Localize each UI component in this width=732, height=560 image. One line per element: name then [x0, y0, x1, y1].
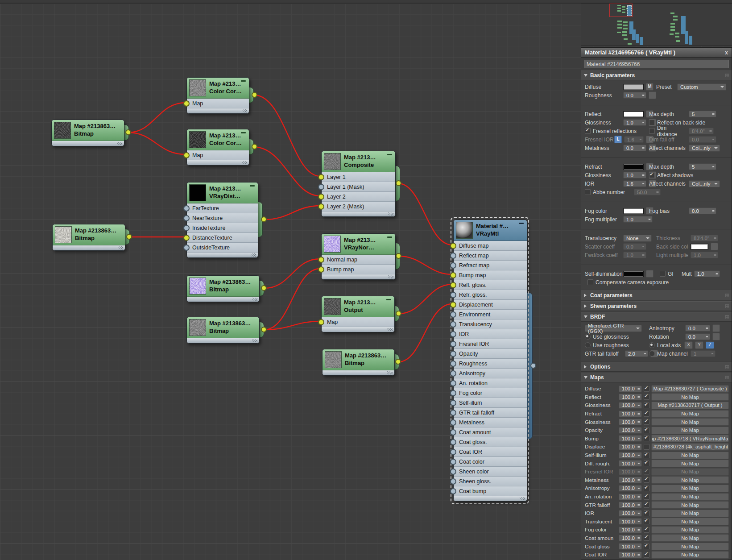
input-slot[interactable]: Metalness: [454, 418, 527, 427]
map-slot-button[interactable]: No Map: [651, 485, 729, 492]
node-resize-grip[interactable]: [187, 338, 259, 343]
fwd-bck-coeff-spinner[interactable]: 1.0: [623, 252, 646, 258]
input-slot[interactable]: Self-illum: [454, 398, 527, 408]
map-enable-checkbox[interactable]: [644, 494, 649, 500]
node-color-correction-1[interactable]: Map #213… Color Cor… Map: [186, 77, 249, 114]
map-amount-spinner[interactable]: 100.0: [619, 485, 642, 492]
map-slot-button[interactable]: No Map: [651, 460, 729, 467]
node-resize-grip[interactable]: [187, 108, 249, 113]
map-enable-checkbox[interactable]: [644, 444, 649, 450]
use-roughness-radio[interactable]: [585, 342, 591, 348]
input-port[interactable]: [450, 459, 456, 465]
input-slot[interactable]: Layer 1: [322, 172, 395, 182]
map-amount-spinner[interactable]: 100.0: [619, 552, 642, 558]
input-slot[interactable]: Displacement: [454, 300, 527, 310]
material-name-input[interactable]: Material #2146956766: [584, 60, 729, 68]
dim-falloff-spinner[interactable]: 0.0: [689, 136, 716, 143]
output-port[interactable]: [126, 234, 132, 240]
rollout-options[interactable]: Options: [581, 362, 732, 372]
self-illumination-swatch[interactable]: [623, 271, 644, 277]
dim-distance-checkbox[interactable]: [649, 128, 655, 134]
map-amount-spinner[interactable]: 100.0: [619, 469, 642, 475]
dim-distance-spinner[interactable]: 8'4.0": [689, 128, 714, 134]
input-port[interactable]: [450, 439, 456, 445]
map-amount-spinner[interactable]: 100.0: [619, 435, 642, 442]
output-port[interactable]: [395, 359, 401, 365]
input-slot[interactable]: Sheen gloss.: [454, 477, 527, 486]
node-vraynormalmap[interactable]: Map #213… VRayNor… Normal map Bump map: [321, 233, 396, 280]
input-slot[interactable]: Layer 2 (Mask): [322, 202, 395, 212]
input-slot[interactable]: NearTexture: [187, 213, 258, 223]
node-output-map[interactable]: Map #213… Output Map: [321, 296, 395, 332]
input-port[interactable]: [450, 253, 456, 259]
input-port[interactable]: [183, 215, 190, 221]
map-enable-checkbox[interactable]: [644, 519, 649, 524]
collapse-icon[interactable]: [387, 154, 392, 155]
rollout-sheen-parameters[interactable]: Sheen parameters: [581, 301, 732, 311]
node-composite[interactable]: Map #213… Composite Layer 1 Layer 1 (Mas…: [321, 151, 396, 217]
node-bitmap-3[interactable]: Map #213863… Bitmap: [186, 275, 260, 302]
map-slot-button[interactable]: Map #2138630717 ( Output ): [651, 402, 729, 409]
input-slot[interactable]: Translucency: [454, 319, 527, 329]
input-slot[interactable]: InsideTexture: [187, 223, 258, 233]
map-amount-spinner[interactable]: 100.0: [619, 394, 642, 400]
input-slot[interactable]: Coat color: [454, 457, 527, 467]
input-slot[interactable]: Fog color: [454, 388, 527, 398]
input-slot[interactable]: Coat gloss.: [454, 437, 527, 447]
input-port[interactable]: [183, 100, 190, 107]
diffuse-color-swatch[interactable]: [623, 84, 644, 90]
map-slot-button[interactable]: No Map: [651, 410, 729, 418]
node-resize-grip[interactable]: [187, 160, 249, 165]
input-port[interactable]: [183, 245, 190, 251]
map-amount-spinner[interactable]: 100.0: [619, 527, 642, 533]
input-slot[interactable]: Bump map: [454, 270, 527, 280]
compensate-exposure-checkbox[interactable]: [587, 279, 593, 285]
thickness-spinner[interactable]: 83'4.0": [691, 235, 718, 241]
map-enable-checkbox[interactable]: [644, 452, 649, 458]
map-slot-button[interactable]: No Map: [651, 543, 729, 550]
input-slot[interactable]: Refl. gloss.: [454, 280, 527, 290]
reflect-color-swatch[interactable]: [623, 111, 644, 117]
map-enable-checkbox[interactable]: [644, 469, 649, 475]
input-port[interactable]: [450, 361, 456, 367]
node-resize-grip[interactable]: [52, 141, 124, 146]
map-amount-spinner[interactable]: 100.0: [619, 444, 642, 450]
input-slot[interactable]: GTR tail falloff: [454, 408, 527, 418]
map-amount-spinner[interactable]: 100.0: [619, 419, 642, 425]
local-axis-radio[interactable]: [649, 342, 655, 348]
input-port[interactable]: [318, 203, 324, 210]
map-slot-button[interactable]: Map #2138630718 ( VRayNormalMap ): [651, 435, 729, 442]
map-enable-checkbox[interactable]: [644, 485, 649, 491]
map-enable-checkbox[interactable]: [644, 402, 649, 408]
input-slot-map[interactable]: Map: [187, 99, 249, 108]
input-port[interactable]: [450, 351, 456, 357]
map-channel-radio[interactable]: [649, 351, 655, 357]
close-icon[interactable]: x: [725, 50, 728, 56]
fog-bias-spinner[interactable]: 0.0: [689, 207, 716, 214]
input-slot[interactable]: IOR: [454, 329, 527, 339]
node-color-correction-2[interactable]: Map #213… Color Cor… Map: [186, 129, 249, 166]
output-port[interactable]: [252, 144, 257, 149]
output-port[interactable]: [261, 285, 267, 291]
affect-channels-dropdown[interactable]: Col...nly: [689, 145, 720, 152]
node-vraydistancetex[interactable]: Map #213… VRayDist… FarTexture NearTextu…: [186, 182, 258, 258]
input-port[interactable]: [450, 292, 456, 298]
input-port[interactable]: [450, 449, 456, 455]
self-illumination-map-button[interactable]: [646, 270, 653, 278]
abbe-number-spinner[interactable]: 50.0: [634, 189, 661, 195]
map-amount-spinner[interactable]: 100.0: [619, 452, 642, 459]
map-enable-checkbox[interactable]: [644, 419, 649, 425]
map-slot-button[interactable]: No Map: [651, 476, 729, 484]
input-slot-map[interactable]: Map: [187, 150, 249, 160]
input-port[interactable]: [450, 341, 456, 347]
input-slot[interactable]: Coat bump: [454, 486, 527, 496]
map-slot-button[interactable]: No Map: [651, 526, 729, 534]
back-side-color-swatch[interactable]: [691, 244, 708, 250]
input-port[interactable]: [450, 311, 456, 318]
map-enable-checkbox[interactable]: [644, 543, 649, 549]
map-enable-checkbox[interactable]: [644, 394, 649, 400]
material-output-port[interactable]: [530, 363, 536, 369]
map-slot-button[interactable]: No Map: [651, 551, 729, 559]
output-port[interactable]: [396, 180, 401, 186]
rollout-basic-parameters[interactable]: Basic parameters: [581, 71, 732, 80]
